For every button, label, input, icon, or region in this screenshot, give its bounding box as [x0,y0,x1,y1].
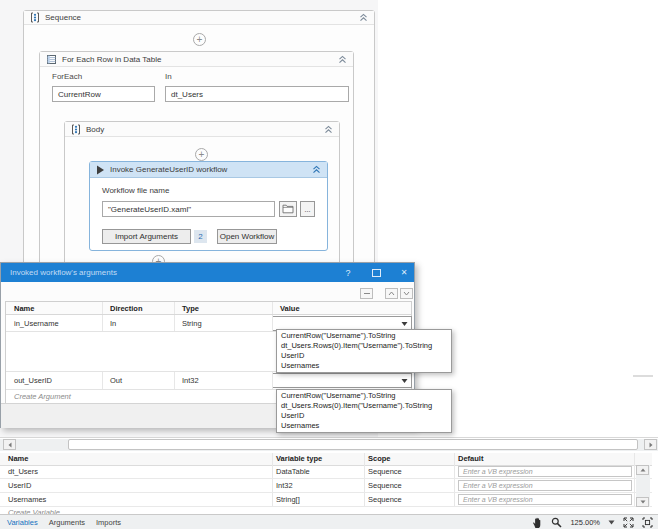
variable-name[interactable]: UserID [8,479,31,493]
foreach-header[interactable]: For Each Row in Data Table [40,52,353,67]
variable-row[interactable]: Usernames String[] Sequence Enter a VB e… [0,493,652,507]
browse-folder-button[interactable] [279,201,297,217]
move-up-button[interactable] [385,288,398,299]
maximize-icon [372,269,381,277]
chevron-up-icon [388,291,395,296]
tab-arguments[interactable]: Arguments [49,518,85,527]
col-direction: Direction [110,302,143,315]
dropdown-item[interactable]: CurrentRow("Username").ToString [277,391,451,401]
dropdown-item[interactable]: dt_Users.Rows(0).Item("Username").ToStri… [277,401,451,411]
tab-imports[interactable]: Imports [96,518,121,527]
dropdown-item[interactable]: Usernames [277,421,451,431]
folder-icon [282,204,294,214]
add-activity-button[interactable]: + [193,33,206,46]
variable-scope[interactable]: Sequence [368,493,402,507]
dropdown-arrow-icon[interactable] [401,321,408,326]
dropdown-item[interactable]: dt_Users.Rows(0).Item("Username").ToStri… [277,341,451,351]
sequence-icon [30,12,40,23]
close-button[interactable]: ✕ [395,263,413,282]
dropdown-item[interactable]: UserID [277,411,451,421]
arrow-up-icon [640,468,646,472]
variable-name[interactable]: Usernames [8,493,46,507]
scroll-left-button[interactable] [3,439,16,450]
argument-name[interactable]: out_UserID [14,372,52,390]
col-value: Value [280,302,300,315]
zoom-to-fit-icon[interactable] [642,517,653,528]
value-combobox[interactable] [272,373,412,388]
dialog-titlebar[interactable]: Invoked workflow's arguments ? ✕ [1,263,414,282]
maximize-button[interactable] [367,263,385,282]
scroll-down-button[interactable] [636,497,649,507]
col-type: Type [182,302,199,315]
argument-type[interactable]: Int32 [182,372,199,390]
argument-name[interactable]: in_Username [14,315,59,332]
body-header[interactable]: Body [65,122,339,137]
dropdown-item[interactable]: Usernames [277,361,451,371]
col-scope: Scope [368,453,391,465]
pan-hand-icon[interactable] [532,517,543,529]
in-collection-input[interactable]: dt_Users [165,86,349,102]
add-activity-button[interactable]: + [195,148,208,161]
delete-argument-button[interactable] [360,288,373,299]
scroll-right-button[interactable] [644,439,657,450]
workflow-file-input[interactable]: "GenerateUserID.xaml" [102,201,275,217]
open-workflow-button[interactable]: Open Workflow [217,229,277,244]
collapse-chevron-icon[interactable] [359,13,368,22]
more-options-button[interactable]: ... [300,201,315,217]
foreach-variable-input[interactable]: CurrentRow [52,86,155,102]
uipath-designer-screen: Sequence + For Each Row in Data Table Fo… [0,0,658,529]
collapse-chevron-icon[interactable] [324,125,333,134]
argument-direction[interactable]: Out [110,372,122,390]
tab-variables[interactable]: Variables [7,518,38,527]
variable-type[interactable]: Int32 [276,479,293,493]
invoke-title: Invoke GenerateUserID workflow [110,165,227,174]
variable-scope[interactable]: Sequence [368,479,402,493]
invoke-workflow-activity[interactable]: Invoke GenerateUserID workflow Workflow … [89,161,328,251]
invoke-header[interactable]: Invoke GenerateUserID workflow [90,162,327,178]
argument-row[interactable]: out_UserID Out Int32 [6,372,411,390]
default-value-input[interactable]: Enter a VB expression [458,480,632,491]
dropdown-item[interactable]: CurrentRow("Username").ToString [277,331,451,341]
fit-to-screen-icon[interactable] [623,517,634,528]
default-value-input[interactable]: Enter a VB expression [458,466,632,477]
variable-type[interactable]: DataTable [276,465,310,479]
foreach-label: ForEach [52,72,82,81]
designer-hscroll-fragment[interactable] [633,375,653,377]
collapse-chevron-icon[interactable] [312,165,321,174]
move-down-button[interactable] [400,288,413,299]
variables-panel: Name Variable type Scope Default dt_User… [0,437,658,529]
zoom-level-value[interactable]: 125.00% [570,518,600,527]
foreach-title: For Each Row in Data Table [62,55,161,64]
dropdown-arrow-icon[interactable] [401,378,408,383]
status-bar: Variables Arguments Imports 125.00% [0,514,658,529]
create-argument-link[interactable]: Create Argument [14,390,71,403]
play-icon [96,165,105,175]
variable-row[interactable]: UserID Int32 Sequence Enter a VB express… [0,479,652,493]
dropdown-item[interactable]: UserID [277,351,451,361]
sequence-header[interactable]: Sequence [24,11,374,25]
scroll-up-button[interactable] [636,465,649,475]
argument-direction[interactable]: In [110,315,116,332]
arrow-left-icon [8,442,12,448]
scrollbar-thumb[interactable] [68,439,638,450]
variable-name[interactable]: dt_Users [8,465,38,479]
variable-scope[interactable]: Sequence [368,465,402,479]
dialog-title: Invoked workflow's arguments [1,268,117,277]
value-dropdown-list: CurrentRow("Username").ToString dt_Users… [276,389,452,433]
horizontal-scrollbar[interactable] [0,439,658,451]
zoom-dropdown-caret-icon[interactable] [608,520,615,525]
default-value-input[interactable]: Enter a VB expression [458,494,632,505]
argument-type[interactable]: String [182,315,202,332]
zoom-magnifier-icon[interactable] [551,517,562,528]
collapse-chevron-icon[interactable] [338,55,347,64]
vertical-scrollbar[interactable] [636,465,650,507]
in-label: In [165,72,172,81]
col-variable-type: Variable type [276,453,322,465]
help-button[interactable]: ? [339,263,357,282]
sequence-icon [71,124,81,135]
variable-row[interactable]: dt_Users DataTable Sequence Enter a VB e… [0,465,652,479]
variable-type[interactable]: String[] [276,493,300,507]
chevron-down-icon [403,291,410,296]
import-arguments-button[interactable]: Import Arguments [102,229,191,244]
datatable-icon [46,54,57,65]
